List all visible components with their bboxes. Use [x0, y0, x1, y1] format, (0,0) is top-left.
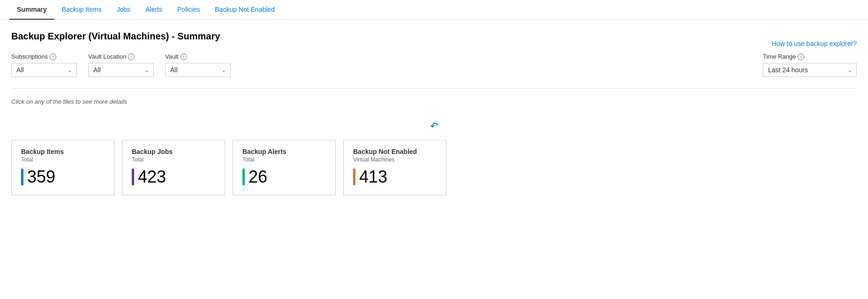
subscriptions-filter: Subscriptions i All ⌄: [11, 53, 77, 77]
card-backup-not-enabled[interactable]: Backup Not Enabled Virtual Machines 413: [343, 140, 446, 195]
vault-chevron-icon: ⌄: [222, 68, 226, 73]
divider: [11, 88, 857, 89]
tabs-nav: Summary Backup Items Jobs Alerts Policie…: [0, 0, 868, 20]
tab-jobs[interactable]: Jobs: [109, 0, 138, 20]
tab-summary[interactable]: Summary: [9, 0, 54, 20]
tab-policies[interactable]: Policies: [170, 0, 207, 20]
subscriptions-info-icon[interactable]: i: [50, 54, 56, 60]
card-number: 413: [359, 169, 387, 185]
main-content: Backup Explorer (Virtual Machines) - Sum…: [0, 20, 868, 207]
card-bar: [21, 169, 23, 185]
card-value-row: 26: [242, 169, 326, 185]
tab-backup-not-enabled[interactable]: Backup Not Enabled: [207, 0, 282, 20]
card-number: 359: [27, 169, 55, 185]
cards-row: Backup Items Total 359 Backup Jobs Total…: [11, 140, 857, 195]
card-subtitle: Virtual Machines: [353, 156, 437, 163]
vault-filter: Vault i All ⌄: [165, 53, 231, 77]
refresh-area: ↶: [11, 120, 857, 132]
vault-location-label: Vault Location i: [88, 53, 154, 60]
card-value-row: 359: [21, 169, 105, 185]
card-bar: [242, 169, 245, 185]
refresh-icon[interactable]: ↶: [430, 120, 438, 132]
card-number: 423: [138, 169, 166, 185]
card-title: Backup Not Enabled: [353, 148, 437, 155]
card-value-row: 413: [353, 169, 437, 185]
card-title: Backup Items: [21, 148, 105, 155]
card-bar: [353, 169, 355, 185]
vault-location-filter: Vault Location i All ⌄: [88, 53, 154, 77]
vault-info-icon[interactable]: i: [181, 54, 187, 60]
subscriptions-chevron-icon: ⌄: [68, 68, 72, 73]
card-subtitle: Total: [21, 156, 105, 163]
filters-row: Subscriptions i All ⌄ Vault Location i A…: [11, 53, 857, 77]
time-range-value: Last 24 hours: [768, 66, 808, 74]
tab-alerts[interactable]: Alerts: [138, 0, 170, 20]
subscriptions-dropdown[interactable]: All ⌄: [11, 63, 77, 77]
help-link[interactable]: How to use backup explorer?: [772, 40, 857, 47]
card-value-row: 423: [132, 169, 215, 185]
page-title: Backup Explorer (Virtual Machines) - Sum…: [11, 31, 857, 42]
time-range-info-icon[interactable]: i: [798, 54, 804, 60]
subscriptions-value: All: [16, 66, 24, 74]
subscriptions-label: Subscriptions i: [11, 53, 77, 60]
tab-backup-items[interactable]: Backup Items: [54, 0, 109, 20]
card-backup-jobs[interactable]: Backup Jobs Total 423: [122, 140, 225, 195]
time-range-dropdown[interactable]: Last 24 hours ⌄: [763, 63, 857, 77]
card-bar: [132, 169, 134, 185]
vault-dropdown[interactable]: All ⌄: [165, 63, 231, 77]
time-range-label: Time Range i: [763, 53, 857, 60]
time-range-chevron-icon: ⌄: [848, 68, 852, 73]
vault-value: All: [170, 66, 178, 74]
card-subtitle: Total: [242, 156, 326, 163]
card-backup-items[interactable]: Backup Items Total 359: [11, 140, 114, 195]
card-backup-alerts[interactable]: Backup Alerts Total 26: [233, 140, 336, 195]
vault-location-dropdown[interactable]: All ⌄: [88, 63, 154, 77]
vault-location-chevron-icon: ⌄: [145, 68, 149, 73]
card-title: Backup Alerts: [242, 148, 326, 155]
vault-label: Vault i: [165, 53, 231, 60]
vault-location-info-icon[interactable]: i: [128, 54, 135, 60]
card-subtitle: Total: [132, 156, 215, 163]
card-number: 26: [249, 169, 267, 185]
card-title: Backup Jobs: [132, 148, 215, 155]
time-range-filter: Time Range i Last 24 hours ⌄: [763, 53, 857, 77]
vault-location-value: All: [93, 66, 101, 74]
instruction-text: Click on any of the tiles to see more de…: [11, 98, 857, 105]
